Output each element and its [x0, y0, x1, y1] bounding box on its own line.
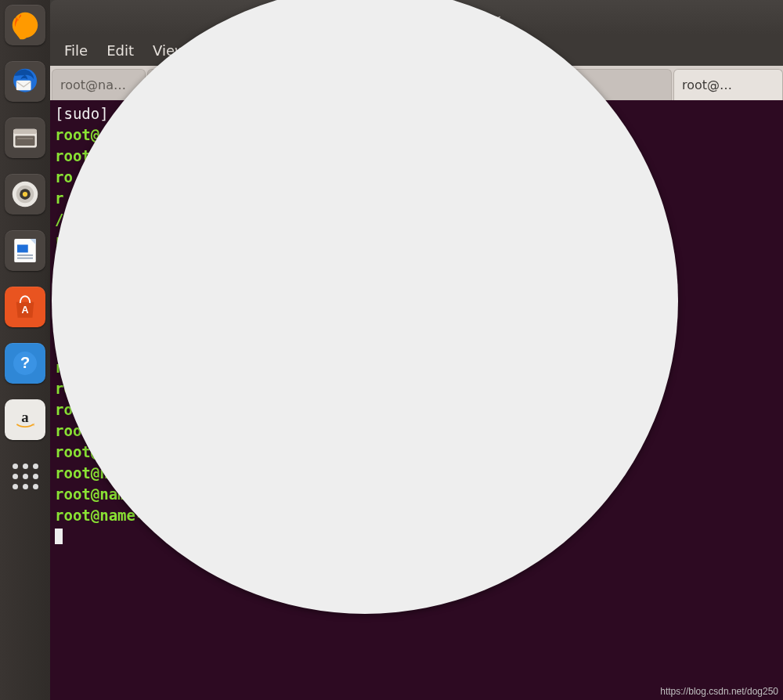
- terminal-tab-2[interactable]: root@…: [673, 69, 783, 100]
- tab-label: root@…: [682, 78, 732, 92]
- help-icon: ?: [9, 348, 41, 379]
- svg-rect-14: [17, 258, 33, 259]
- svg-text:A: A: [21, 305, 28, 316]
- show-applications-button[interactable]: [5, 456, 45, 496]
- svg-text:a: a: [21, 409, 29, 425]
- svg-rect-13: [17, 254, 33, 256]
- launcher-thunderbird[interactable]: [5, 61, 45, 102]
- firefox-icon: [9, 9, 41, 41]
- svg-rect-4: [13, 129, 37, 134]
- svg-text:?: ?: [20, 354, 30, 371]
- svg-rect-6: [17, 138, 33, 139]
- launcher-help[interactable]: ?: [5, 343, 45, 384]
- launcher-libreoffice-writer[interactable]: [5, 230, 45, 271]
- launcher-software[interactable]: A: [5, 287, 45, 327]
- java-circle-frame-window[interactable]: [52, 0, 678, 614]
- watermark: https://blog.csdn.net/dog250: [660, 686, 778, 697]
- thunderbird-icon: [9, 66, 41, 97]
- shopping-bag-icon: A: [9, 291, 41, 323]
- launcher-dock: A ? a: [0, 0, 50, 700]
- launcher-files[interactable]: [5, 117, 45, 158]
- apps-grid-icon: [13, 464, 38, 489]
- tab-label: root@nam…: [60, 78, 137, 92]
- amazon-icon: a: [9, 404, 41, 435]
- speaker-icon: [9, 179, 41, 210]
- terminal-cursor: [55, 529, 63, 544]
- launcher-rhythmbox[interactable]: [5, 174, 45, 215]
- writer-icon: [9, 235, 41, 266]
- menu-file[interactable]: File: [58, 39, 94, 62]
- files-icon: [9, 122, 41, 153]
- svg-point-10: [23, 192, 27, 197]
- svg-rect-5: [16, 136, 35, 146]
- launcher-firefox[interactable]: [5, 5, 45, 45]
- svg-rect-12: [17, 245, 28, 253]
- launcher-amazon[interactable]: a: [5, 399, 45, 440]
- svg-rect-2: [16, 81, 31, 91]
- menu-edit[interactable]: Edit: [100, 39, 140, 62]
